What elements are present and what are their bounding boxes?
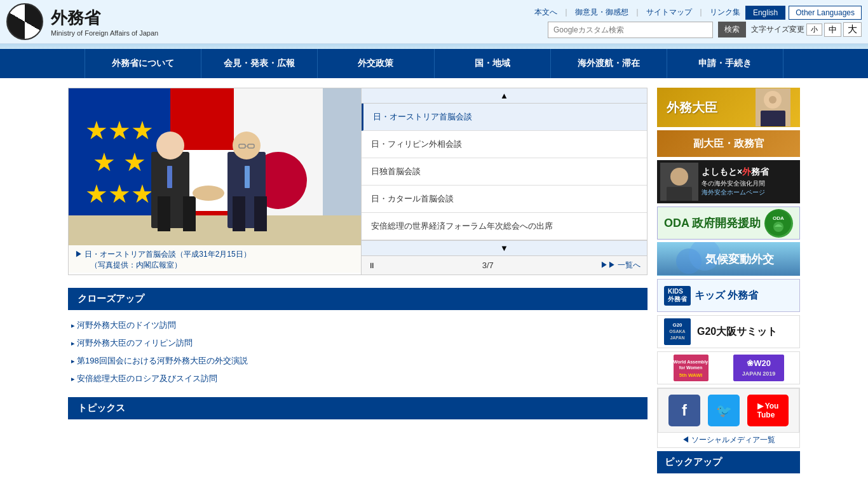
search-row: 検索 文字サイズ変更 小 中 大	[548, 22, 862, 38]
pause-button[interactable]: ⏸	[368, 261, 376, 270]
oda-banner[interactable]: ODA 政府開発援助 ODA	[657, 207, 800, 240]
slide-caption-link[interactable]: ▶ 日・オーストリア首脳会談（平成31年2月15日） （写真提供：内閣広報室）	[75, 250, 251, 269]
svg-point-30	[670, 168, 688, 186]
chevron-up-icon: ▲	[500, 91, 508, 100]
svg-text:for Women: for Women	[679, 365, 702, 370]
facebook-icon[interactable]: f	[668, 395, 700, 426]
nav-link-about[interactable]: 外務省について	[85, 49, 201, 78]
other-languages-button[interactable]: Other Languages	[789, 6, 862, 20]
nav-item-travel[interactable]: 海外渡航・滞在	[551, 49, 667, 78]
nav-item-about[interactable]: 外務省について	[85, 49, 201, 78]
search-input[interactable]	[548, 22, 713, 38]
social-wrapper: f 🐦 ▶ YouTube ◀ ソーシャルメディア一覧	[657, 388, 800, 448]
svg-point-19	[193, 186, 224, 201]
svg-point-16	[233, 132, 261, 159]
slide-item-2[interactable]: 日・フィリピン外相会談	[362, 131, 647, 158]
closeup-item-1: 河野外務大臣のドイツ訪問	[71, 316, 644, 334]
closeup-item-4: 安倍総理大臣のロシア及びスイス訪問	[71, 370, 644, 388]
youtube-icon[interactable]: ▶ YouTube	[747, 395, 789, 426]
fontsize-small-button[interactable]: 小	[806, 24, 822, 36]
wawi-logo-icon: World Assembly for Women 5th WAWI	[674, 355, 709, 381]
kids-banner[interactable]: KIDS外務省 キッズ 外務省	[657, 279, 800, 312]
svg-text:JAPAN 2019: JAPAN 2019	[742, 370, 775, 377]
slide-caption: ▶ 日・オーストリア首脳会談（平成31年2月15日） （写真提供：内閣広報室）	[69, 245, 361, 274]
svg-text:★ ★: ★ ★	[93, 148, 146, 176]
closeup-link-1[interactable]: 河野外務大臣のドイツ訪問	[77, 320, 176, 330]
svg-text:OSAKA: OSAKA	[669, 329, 685, 334]
closeup-item-3: 第198回国会における河野外務大臣の外交演説	[71, 352, 644, 370]
slide-item-3[interactable]: 日独首脳会談	[362, 158, 647, 186]
oda-logo-icon: ODA	[764, 209, 793, 238]
lang-buttons: English Other Languages	[745, 6, 862, 20]
closeup-item-2: 河野外務大臣のフィリピン訪問	[71, 334, 644, 352]
opinion-link[interactable]: 御意見・御感想	[575, 7, 628, 18]
slide-up-button[interactable]: ▲	[362, 88, 647, 104]
minister-banner[interactable]: 外務大臣	[657, 88, 800, 127]
slide-item-5[interactable]: 安倍総理の世界経済フォーラム年次総会への出席	[362, 213, 647, 240]
nav-item-policy[interactable]: 外交政策	[318, 49, 434, 78]
nav-item-application[interactable]: 申請・手続き	[667, 49, 783, 78]
nav-link-press[interactable]: 会見・発表・広報	[201, 49, 317, 78]
svg-rect-31	[667, 187, 692, 201]
nav-link-countries[interactable]: 国・地域	[435, 49, 550, 78]
logo-area: 外務省 Ministry of Foreign Affairs of Japan	[6, 3, 158, 40]
nav-link-application[interactable]: 申請・手続き	[667, 49, 783, 78]
closeup-links: 河野外務大臣のドイツ訪問 河野外務大臣のフィリピン訪問 第198回国会における河…	[68, 316, 648, 388]
svg-rect-18	[254, 196, 267, 231]
nav-link-policy[interactable]: 外交政策	[318, 49, 433, 78]
slide-list: ▲ 日・オーストリア首脳会談 日・フィリピン外相会談 日独首脳会談 日・カタール…	[361, 88, 647, 274]
social-banner: f 🐦 ▶ YouTube	[658, 388, 799, 433]
fontsize-label: 文字サイズ変更	[751, 24, 804, 35]
closeup-header: クローズアップ	[68, 288, 648, 310]
yoshimoto-banner[interactable]: よしもと×外務省 冬の海外安全強化月間 海外安全ホームページ	[657, 160, 800, 203]
w20-logo-icon: ❀W20 JAPAN 2019	[733, 355, 784, 381]
g20-logo-icon: G20 OSAKA JAPAN	[664, 318, 691, 345]
slide-item-4[interactable]: 日・カタール首脳会談	[362, 186, 647, 213]
content-wrapper: ★★★ ★ ★ ★★★	[0, 78, 868, 483]
slide-item-1[interactable]: 日・オーストリア首脳会談	[362, 104, 647, 131]
fontsize-large-button[interactable]: 大	[843, 22, 862, 37]
english-button[interactable]: English	[745, 6, 785, 20]
font-size-area: 文字サイズ変更 小 中 大	[751, 22, 862, 37]
svg-rect-13	[158, 196, 170, 231]
yoshimoto-photo	[660, 163, 698, 201]
climate-banner[interactable]: 気候変動外交	[657, 243, 800, 276]
svg-text:❀W20: ❀W20	[747, 358, 771, 368]
slide-counter: 3/7	[482, 261, 494, 270]
vice-minister-banner[interactable]: 副大臣・政務官	[657, 130, 800, 157]
slide-image: ★★★ ★ ★ ★★★	[69, 88, 361, 274]
fontsize-medium-button[interactable]: 中	[824, 23, 841, 37]
top-links: 本文へ ｜ 御意見・御感想 ｜ サイトマップ ｜ リンク集 English Ot…	[534, 6, 862, 20]
sitemap-link[interactable]: サイトマップ	[646, 7, 692, 18]
nav-link-travel[interactable]: 海外渡航・滞在	[551, 49, 667, 78]
closeup-link-4[interactable]: 安倍総理大臣のロシア及びスイス訪問	[77, 374, 217, 383]
top-bar: 外務省 Ministry of Foreign Affairs of Japan…	[0, 0, 868, 44]
site-title-kanji: 外務省	[51, 7, 158, 29]
svg-text:G20: G20	[672, 322, 682, 328]
kids-logo-icon: KIDS外務省	[664, 286, 691, 306]
topics-header: トピックス	[68, 397, 648, 419]
wawi-banner[interactable]: World Assembly for Women 5th WAWI ❀W20 J…	[657, 351, 800, 384]
search-button[interactable]: 検索	[718, 22, 746, 37]
svg-text:★★★: ★★★	[85, 180, 154, 208]
main-content: ★★★ ★ ★ ★★★	[68, 88, 648, 473]
logo-icon	[6, 3, 43, 40]
social-list-link[interactable]: ◀ ソーシャルメディア一覧	[682, 435, 775, 444]
svg-text:気候変動外交: 気候変動外交	[705, 252, 775, 266]
svg-text:ODA: ODA	[773, 215, 784, 221]
nav-item-countries[interactable]: 国・地域	[435, 49, 551, 78]
slide-all-link[interactable]: ▶▶ 一覧へ	[600, 260, 641, 271]
svg-text:★★★: ★★★	[85, 116, 154, 144]
logo-text: 外務省 Ministry of Foreign Affairs of Japan	[51, 7, 158, 37]
honbun-link[interactable]: 本文へ	[534, 7, 557, 18]
svg-rect-27	[761, 111, 785, 126]
links-link[interactable]: リンク集	[710, 7, 740, 18]
top-right-area: 本文へ ｜ 御意見・御感想 ｜ サイトマップ ｜ リンク集 English Ot…	[534, 6, 862, 38]
nav-item-press[interactable]: 会見・発表・広報	[201, 49, 318, 78]
closeup-link-3[interactable]: 第198回国会における河野外務大臣の外交演説	[77, 356, 248, 365]
g20-title: G20大阪サミット	[697, 325, 777, 339]
g20-banner[interactable]: G20 OSAKA JAPAN G20大阪サミット	[657, 315, 800, 348]
slide-down-button[interactable]: ▼	[362, 240, 647, 255]
twitter-icon[interactable]: 🐦	[708, 395, 740, 426]
closeup-link-2[interactable]: 河野外務大臣のフィリピン訪問	[77, 338, 193, 348]
